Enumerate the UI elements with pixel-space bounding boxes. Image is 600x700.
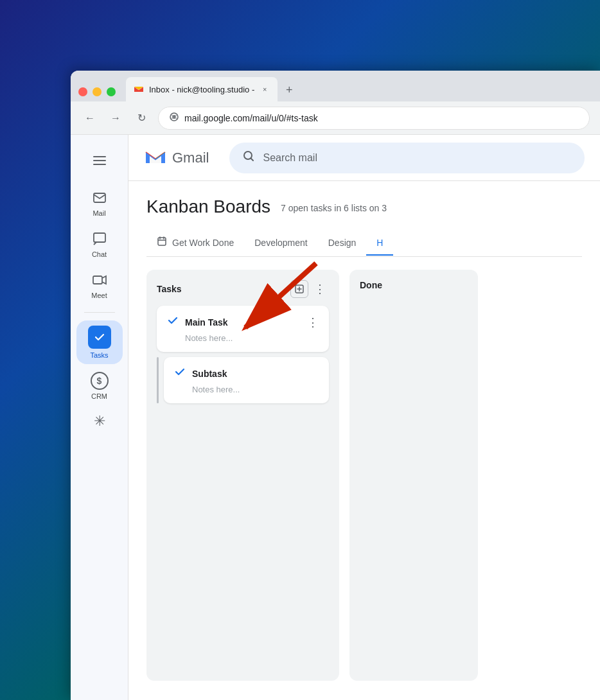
svg-rect-5 <box>93 156 106 157</box>
url-text: mail.google.com/mail/u/0/#ts-task <box>184 113 318 123</box>
sidebar-item-tasks[interactable]: Tasks <box>76 320 123 364</box>
tasks-column: Tasks ⋮ <box>146 270 339 681</box>
gmail-logo: Gmail <box>144 146 209 170</box>
maximize-button[interactable] <box>107 87 116 96</box>
svg-rect-6 <box>93 160 106 161</box>
chat-label: Chat <box>92 250 107 258</box>
tasks-label: Tasks <box>90 351 108 359</box>
tab-development[interactable]: Development <box>244 231 318 256</box>
tasks-column-title: Tasks <box>157 284 182 294</box>
tab-title: Inbox - nick@tooling.studio - <box>149 85 254 94</box>
tab-h[interactable]: H <box>366 231 393 256</box>
done-column: Done <box>349 270 478 681</box>
subtask-left: Subtask <box>174 366 227 381</box>
search-icon <box>242 150 255 166</box>
search-bar[interactable]: Search mail <box>229 143 585 173</box>
sidebar: Mail Chat Meet <box>71 135 128 700</box>
tab-bar: Inbox - nick@tooling.studio - × + <box>71 71 600 101</box>
tab-get-work-done[interactable]: Get Work Done <box>146 230 244 257</box>
sidebar-item-meet[interactable]: Meet <box>76 266 123 304</box>
kanban-header: Kanban Boards 7 open tasks in 6 lists on… <box>146 197 582 217</box>
subtask-check-icon[interactable] <box>174 366 186 381</box>
back-button[interactable]: ← <box>81 109 99 127</box>
sunburst-icon: ✳ <box>94 413 105 430</box>
get-work-done-label: Get Work Done <box>172 238 234 248</box>
subtask-card: Subtask Notes here... <box>164 357 329 403</box>
task-header: Main Task ⋮ <box>167 315 319 329</box>
development-label: Development <box>254 238 308 248</box>
column-menu-button[interactable]: ⋮ <box>311 280 329 298</box>
search-placeholder: Search mail <box>263 152 317 164</box>
sidebar-item-mail[interactable]: Mail <box>76 184 123 222</box>
subtask-notes: Notes here... <box>174 385 319 394</box>
svg-rect-10 <box>93 276 102 284</box>
chat-icon <box>91 230 109 248</box>
mail-icon <box>91 189 109 207</box>
sidebar-item-chat[interactable]: Chat <box>76 225 123 263</box>
site-info-icon <box>169 112 179 124</box>
task-menu-button[interactable]: ⋮ <box>307 315 319 329</box>
task-left: Main Task <box>167 315 228 329</box>
kanban-title: Kanban Boards <box>146 197 270 217</box>
mail-label: Mail <box>93 209 105 217</box>
subtask-wrapper: Subtask Notes here... <box>157 357 329 403</box>
done-column-title: Done <box>360 280 382 290</box>
subtask-title: Subtask <box>192 369 227 379</box>
browser-window: Inbox - nick@tooling.studio - × + ← → ↻ <box>71 71 600 700</box>
meet-label: Meet <box>91 292 107 299</box>
new-tab-button[interactable]: + <box>280 81 298 99</box>
tasks-column-header: Tasks ⋮ <box>157 280 329 298</box>
crm-label: CRM <box>91 392 107 400</box>
minimize-button[interactable] <box>93 87 101 96</box>
crm-icon: $ <box>91 372 109 390</box>
main-task-title: Main Task <box>185 317 228 328</box>
main-task-card: Main Task ⋮ Notes here... <box>157 306 329 352</box>
done-column-header: Done <box>360 280 468 290</box>
kanban-columns: Tasks ⋮ <box>146 270 582 681</box>
design-label: Design <box>328 238 357 248</box>
kanban-meta: 7 open tasks in 6 lists on 3 <box>281 203 387 213</box>
main-content: Gmail Search mail Kanban Boards <box>128 135 600 700</box>
menu-icon[interactable] <box>84 145 115 176</box>
svg-rect-9 <box>94 233 105 242</box>
kanban-area: Kanban Boards 7 open tasks in 6 lists on… <box>128 181 600 700</box>
add-task-button[interactable] <box>290 280 308 298</box>
board-tabs: Get Work Done Development Design H <box>146 230 582 257</box>
calendar-tab-icon <box>157 236 167 249</box>
tab-design[interactable]: Design <box>318 231 367 256</box>
gmail-text-label: Gmail <box>172 150 209 166</box>
svg-rect-7 <box>93 164 106 165</box>
meet-icon <box>91 271 109 289</box>
sidebar-divider <box>84 312 115 313</box>
sidebar-item-extra[interactable]: ✳ <box>76 408 123 435</box>
tab-favicon <box>134 84 144 94</box>
column-actions: ⋮ <box>290 280 329 298</box>
url-bar[interactable]: mail.google.com/mail/u/0/#ts-task <box>158 107 590 130</box>
gmail-app: Mail Chat Meet <box>71 135 600 700</box>
refresh-button[interactable]: ↻ <box>132 109 150 127</box>
sidebar-item-crm[interactable]: $ CRM <box>76 367 123 405</box>
svg-rect-14 <box>158 238 166 245</box>
subtask-header: Subtask <box>174 366 319 381</box>
subtask-indent-line <box>157 357 159 403</box>
address-bar: ← → ↻ mail.google.com/mail/u/0/#ts-task <box>71 101 600 135</box>
tasks-icon <box>88 326 111 349</box>
traffic-lights <box>78 87 116 101</box>
tab-close-button[interactable]: × <box>260 84 270 94</box>
forward-button[interactable]: → <box>107 109 125 127</box>
close-button[interactable] <box>78 87 87 96</box>
active-tab[interactable]: Inbox - nick@tooling.studio - × <box>126 77 278 101</box>
h-label: H <box>376 238 383 248</box>
gmail-m-logo <box>144 146 167 170</box>
task-check-icon[interactable] <box>167 315 179 329</box>
gmail-header: Gmail Search mail <box>128 135 600 181</box>
main-task-notes: Notes here... <box>167 333 319 343</box>
